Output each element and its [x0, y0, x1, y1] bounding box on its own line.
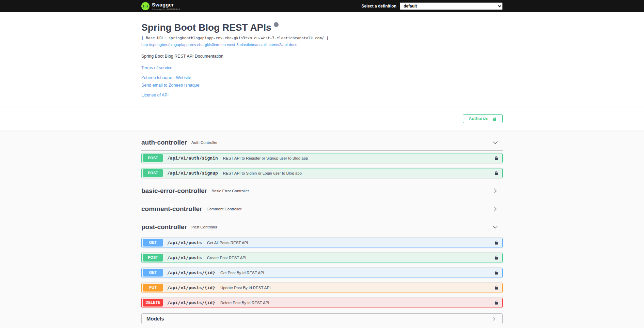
operation-summary: Create Post REST API: [207, 256, 246, 260]
tag-header-comment-controller[interactable]: comment-controller Comment Controller: [141, 201, 503, 217]
tag-section-post-controller: post-controller Post Controller GET /api…: [141, 219, 503, 308]
brand-name: Swagger: [152, 2, 180, 7]
models-label: Models: [146, 316, 164, 322]
chevron-down-icon[interactable]: [492, 140, 498, 145]
contact-website-link[interactable]: Zoheeb Ishaque - Website: [141, 75, 191, 80]
method-badge: POST: [143, 154, 163, 162]
tag-header-basic-error-controller[interactable]: basic-error-controller Basic Error Contr…: [141, 183, 503, 199]
lock-icon[interactable]: [494, 285, 499, 290]
authorize-label: Authorize: [469, 116, 488, 121]
method-badge: PUT: [143, 284, 163, 292]
method-badge: DELETE: [143, 299, 163, 307]
operation-summary: Get Post By Id REST API: [220, 271, 264, 275]
operation-post-auth-signin[interactable]: POST /api/v1/auth/signin REST API to Reg…: [141, 153, 503, 163]
page-title-row: Spring Boot Blog REST APIs: [141, 22, 503, 33]
license-link[interactable]: License of API: [141, 93, 169, 98]
contact-email-link[interactable]: Send email to Zoheeb Ishaque: [141, 83, 199, 88]
lock-icon[interactable]: [494, 240, 499, 245]
info-section: Spring Boot Blog REST APIs [ Base URL: s…: [0, 12, 644, 107]
scheme-container: Authorize: [0, 107, 644, 131]
method-badge: GET: [143, 239, 163, 247]
api-description: Spring Boot Blog REST API Documentation: [141, 54, 503, 59]
tag-description: Auth Controller: [191, 140, 218, 145]
lock-icon[interactable]: [494, 270, 499, 275]
chevron-right-icon[interactable]: [492, 206, 498, 212]
tag-name: auth-controller: [141, 138, 187, 147]
method-badge: POST: [143, 254, 163, 262]
operation-summary: REST API to Signin or Login user to Blog…: [223, 171, 302, 175]
models-section[interactable]: Models: [141, 313, 503, 324]
operation-post-posts[interactable]: POST /api/v1/posts Create Post REST API: [141, 253, 503, 263]
definition-select-label: Select a definition: [361, 4, 396, 9]
tag-name: basic-error-controller: [141, 187, 207, 195]
lock-icon[interactable]: [494, 155, 499, 161]
base-url: [ Base URL: springbootblogapiapp-env.eba…: [141, 36, 503, 40]
authorize-button[interactable]: Authorize: [463, 114, 503, 123]
operation-summary: Update Post By Id REST API: [220, 286, 270, 290]
method-badge: POST: [143, 169, 163, 177]
tag-header-post-controller[interactable]: post-controller Post Controller: [141, 219, 503, 235]
operation-get-post-by-id[interactable]: GET /api/v1/posts/{id} Get Post By Id RE…: [141, 268, 503, 278]
chevron-right-icon[interactable]: [492, 188, 498, 194]
operation-get-posts[interactable]: GET /api/v1/posts Get All Posts REST API: [141, 238, 503, 248]
tag-header-auth-controller[interactable]: auth-controller Auth Controller: [141, 135, 503, 151]
tag-section-comment-controller: comment-controller Comment Controller: [141, 201, 503, 217]
api-docs-link[interactable]: http://springbootblogapiapp-env.eba-gkis…: [141, 43, 297, 47]
operation-path[interactable]: /api/v1/auth/signin: [167, 155, 218, 161]
lock-icon[interactable]: [494, 300, 499, 305]
lock-icon[interactable]: [494, 170, 499, 176]
terms-of-service-link[interactable]: Terms of service: [141, 65, 172, 70]
definition-select[interactable]: default: [400, 2, 503, 10]
version-badge: [274, 22, 279, 27]
operation-summary: Get All Posts REST API: [207, 241, 248, 245]
operation-delete-post-by-id[interactable]: DELETE /api/v1/posts/{id} Delete Post By…: [141, 298, 503, 308]
operations-list: POST /api/v1/auth/signin REST API to Reg…: [141, 151, 503, 178]
swagger-logo[interactable]: {…} Swagger Supported by SMARTBEAR: [141, 2, 180, 10]
tag-description: Basic Error Controller: [211, 189, 249, 193]
operations-container: auth-controller Auth Controller POST /ap…: [141, 131, 503, 324]
definition-selector: Select a definition default: [361, 2, 503, 10]
method-badge: GET: [143, 269, 163, 277]
swagger-logo-icon: {…}: [141, 2, 150, 10]
unlocked-lock-icon: [492, 116, 497, 121]
operation-summary: Delete Post By Id REST API: [220, 301, 269, 305]
operation-put-post-by-id[interactable]: PUT /api/v1/posts/{id} Update Post By Id…: [141, 283, 503, 293]
operation-post-auth-signup[interactable]: POST /api/v1/auth/signup REST API to Sig…: [141, 168, 503, 178]
lock-icon[interactable]: [494, 255, 499, 260]
tag-description: Post Controller: [191, 225, 217, 229]
operations-list: GET /api/v1/posts Get All Posts REST API…: [141, 235, 503, 308]
brand-subtitle: Supported by SMARTBEAR: [152, 8, 180, 10]
operation-path[interactable]: /api/v1/posts/{id}: [167, 285, 215, 290]
operation-path[interactable]: /api/v1/auth/signup: [167, 170, 218, 176]
chevron-down-icon[interactable]: [492, 224, 498, 230]
operation-summary: REST API to Register or Signup user to B…: [223, 156, 308, 160]
topbar: {…} Swagger Supported by SMARTBEAR Selec…: [0, 0, 644, 12]
tag-name: comment-controller: [141, 205, 202, 213]
tag-section-basic-error-controller: basic-error-controller Basic Error Contr…: [141, 183, 503, 199]
brand-text: Swagger Supported by SMARTBEAR: [152, 2, 180, 10]
page-title: Spring Boot Blog REST APIs: [141, 22, 271, 33]
operation-path[interactable]: /api/v1/posts: [167, 240, 202, 245]
tag-section-auth-controller: auth-controller Auth Controller POST /ap…: [141, 135, 503, 178]
operation-path[interactable]: /api/v1/posts: [167, 255, 202, 260]
swagger-logo-glyph: {…}: [143, 4, 148, 8]
chevron-right-icon[interactable]: [492, 316, 496, 321]
tag-description: Comment Controller: [206, 207, 241, 211]
tag-name: post-controller: [141, 223, 187, 232]
operation-path[interactable]: /api/v1/posts/{id}: [167, 270, 215, 275]
operation-path[interactable]: /api/v1/posts/{id}: [167, 300, 215, 305]
